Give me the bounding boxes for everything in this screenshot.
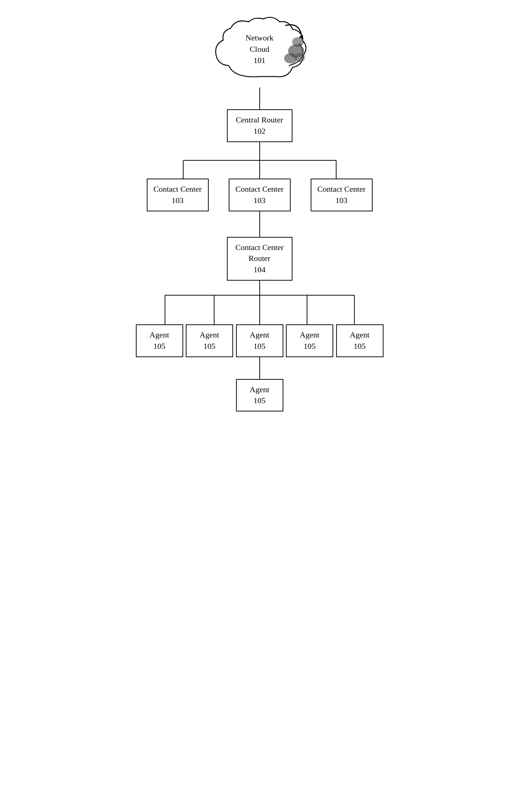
line-cloud-to-central [259,87,260,109]
contact-center-right-box: Contact Center 103 [311,179,373,211]
contact-center-center-box: Contact Center 103 [229,179,291,211]
branch-svg-1 [147,142,373,179]
agent-6-number: 105 [253,395,266,406]
line-agent3-to-agent6 [259,357,260,379]
branch-svg-2 [136,281,384,324]
cc-center-number: 103 [253,195,266,206]
agent-2-box: Agent 105 [186,324,233,357]
agent-3-box: Agent 105 [236,324,283,357]
agent-5-box: Agent 105 [336,324,384,357]
agents-top-row: Agent 105 Agent 105 Agent 105 Agent 105 … [136,324,384,357]
branch-ccrouter-to-agents [136,281,384,324]
agent-5-label: Agent [350,329,370,341]
branch-central-to-contacts [147,142,373,179]
central-router-box: Central Router 102 [227,109,292,142]
contact-center-left-box: Contact Center 103 [147,179,209,211]
cc-left-label: Contact Center [153,184,202,195]
contact-center-router-box: Contact Center Router 104 [227,237,292,281]
central-router-number: 102 [253,126,266,137]
agent-4-box: Agent 105 [286,324,333,357]
agent-1-box: Agent 105 [136,324,183,357]
cc-router-number: 104 [253,264,266,276]
agent-3-number: 105 [253,341,266,352]
central-router-label: Central Router [236,114,283,126]
agent-5-number: 105 [354,341,366,352]
agent-4-number: 105 [304,341,316,352]
agent-1-label: Agent [150,329,169,341]
agent-4-label: Agent [300,329,319,341]
agent-1-number: 105 [153,341,165,352]
cloud-container: Network Cloud 101 [212,15,307,87]
contact-centers-row: Contact Center 103 Contact Center 103 Co… [147,179,373,211]
network-diagram: Network Cloud 101 Central Router 102 [132,15,387,812]
network-cloud: Network Cloud 101 [212,15,307,87]
svg-point-4 [292,37,304,47]
line-cc-center-to-ccrouter [259,211,260,237]
cc-center-label: Contact Center [235,184,284,195]
agent-2-label: Agent [200,329,219,341]
agent-2-number: 105 [204,341,216,352]
cc-right-label: Contact Center [317,184,366,195]
agent-6-label: Agent [250,384,270,395]
svg-point-3 [295,53,305,62]
cc-left-number: 103 [172,195,184,206]
agent-3-label: Agent [250,329,270,341]
cc-right-number: 103 [335,195,347,206]
agent-6-box: Agent 105 [236,379,283,412]
cc-router-label: Contact Center Router [233,242,286,265]
